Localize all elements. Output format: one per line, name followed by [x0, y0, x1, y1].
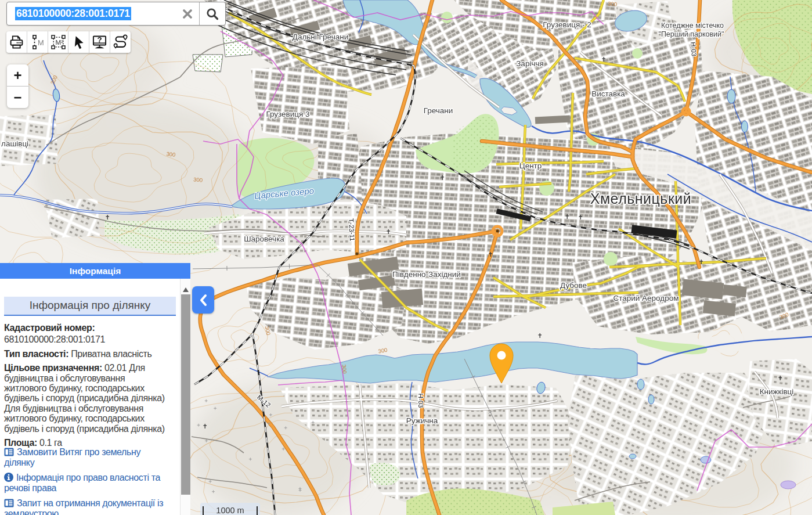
parcel-field: Цільове призначення: 02.01 Для будівницт… — [4, 363, 167, 434]
pointer-button[interactable] — [68, 31, 89, 53]
close-icon — [182, 9, 193, 19]
svg-text:✝: ✝ — [777, 374, 782, 381]
help-monitor-icon: ? — [91, 34, 108, 51]
map-label: Старий Аеродром — [613, 294, 679, 302]
svg-text:✝: ✝ — [698, 258, 703, 265]
zoom-in-button[interactable]: + — [7, 64, 28, 87]
panel-scrollbar[interactable] — [180, 279, 190, 515]
search-icon — [206, 8, 219, 20]
zoom-out-button[interactable]: − — [7, 87, 28, 108]
help-button[interactable]: ? — [89, 31, 110, 53]
route-icon — [112, 34, 129, 51]
chevron-left-icon — [199, 294, 208, 307]
map-label: Н-03 — [417, 394, 424, 408]
scale-bar: 1000 m — [200, 503, 260, 515]
measure-distance-button[interactable]: M — [27, 31, 48, 53]
map-label: "Перший парковий" — [658, 30, 724, 38]
map-label: Центр — [519, 161, 542, 170]
parcel-field: Площа: 0.1 га — [4, 438, 167, 448]
map-label: Грузевиця - 2 — [543, 20, 591, 29]
map-label: Виставка — [591, 89, 625, 98]
map-label: Котеджне містечко — [661, 21, 724, 30]
search-button[interactable] — [200, 2, 225, 25]
parcel-links: Замовити Витяг про земельну ділянкуІнфор… — [4, 447, 167, 515]
map-label: 300 — [341, 364, 348, 374]
info-icon — [4, 473, 13, 482]
svg-text:✝: ✝ — [578, 214, 583, 221]
measure-area-label: M² — [55, 38, 63, 46]
svg-text:✝: ✝ — [385, 228, 391, 235]
search-clear-button[interactable] — [176, 2, 199, 25]
map-label: Дальні Гречани — [293, 33, 348, 41]
route-button[interactable] — [110, 31, 131, 53]
search-input-value[interactable]: 6810100000:28:001:0171 — [15, 7, 131, 20]
map-label: 300 — [193, 176, 203, 183]
map-viewport[interactable]: ✝✝✝✝✝✝✝✝✝✝✝ Дальні ГречаниГрузевиця - 2К… — [0, 0, 812, 515]
up-arrow-icon — [183, 287, 189, 292]
panel-collapse-button[interactable] — [192, 286, 214, 314]
map-label: 300 — [608, 0, 618, 7]
search-input[interactable]: 6810100000:28:001:0171 — [7, 2, 176, 25]
info-panel: Інформація Інформація про ділянку Кадаст… — [0, 263, 190, 515]
map-label: Заріччя — [516, 59, 544, 68]
document-icon — [4, 448, 14, 456]
map-label: Хмельницький — [590, 190, 692, 207]
cursor-icon — [71, 35, 86, 50]
parcel-field: Тип власності: Приватна власність — [4, 349, 167, 359]
map-label: Ружична — [406, 416, 438, 425]
map-label: 300 — [166, 150, 176, 158]
document-icon — [4, 499, 14, 507]
parcel-link[interactable]: Замовити Витяг про земельну ділянку — [4, 447, 167, 468]
parcel-fields: Кадастровий номер:6810100000:28:001:0171… — [4, 323, 167, 448]
map-label: Дубове — [560, 281, 587, 290]
svg-text:?: ? — [98, 35, 102, 44]
parcel-link[interactable]: Запит на отримання документації із земле… — [4, 498, 167, 515]
scale-bar-label: 1000 m — [200, 506, 260, 515]
measure-area-icon: M² — [49, 33, 67, 51]
map-toolbar: M M² ? — [6, 31, 131, 53]
svg-text:✝: ✝ — [104, 214, 110, 221]
map-label: Грузевиця 3 — [266, 110, 309, 118]
section-title: Інформація про ділянку — [4, 297, 176, 316]
printer-icon — [9, 34, 24, 50]
map-label: лашівці — [1, 139, 28, 148]
measure-area-button[interactable]: M² — [48, 31, 69, 53]
svg-text:✝: ✝ — [537, 332, 542, 339]
parcel-field: Кадастровий номер:6810100000:28:001:0171 — [4, 323, 167, 345]
svg-text:✝: ✝ — [564, 213, 569, 220]
info-panel-title: Інформація — [0, 263, 190, 279]
map-label: Т-23-11 — [348, 218, 356, 242]
search-box[interactable]: 6810100000:28:001:0171 — [6, 2, 226, 26]
scrollbar-thumb[interactable] — [181, 294, 190, 495]
map-label: Шаровечка — [244, 235, 284, 243]
map-label: Південно-Західний — [392, 270, 461, 279]
parcel-link[interactable]: Інформація про право власності та речові… — [4, 473, 167, 494]
scrollbar-up-button[interactable] — [181, 286, 190, 294]
svg-text:✝: ✝ — [488, 251, 493, 258]
svg-text:✝: ✝ — [202, 423, 207, 430]
measure-distance-icon: M — [29, 34, 46, 51]
svg-text:✝: ✝ — [439, 174, 445, 181]
measure-distance-label: M — [38, 38, 44, 47]
print-button[interactable] — [6, 31, 27, 53]
zoom-control: + − — [7, 64, 28, 108]
map-label: Книжківці — [760, 387, 794, 396]
map-label: Гречани — [424, 106, 453, 115]
svg-text:✝: ✝ — [601, 56, 606, 63]
map-label: Н-03 — [690, 42, 698, 57]
info-panel-body: Інформація про ділянку Кадастровий номер… — [0, 279, 180, 515]
